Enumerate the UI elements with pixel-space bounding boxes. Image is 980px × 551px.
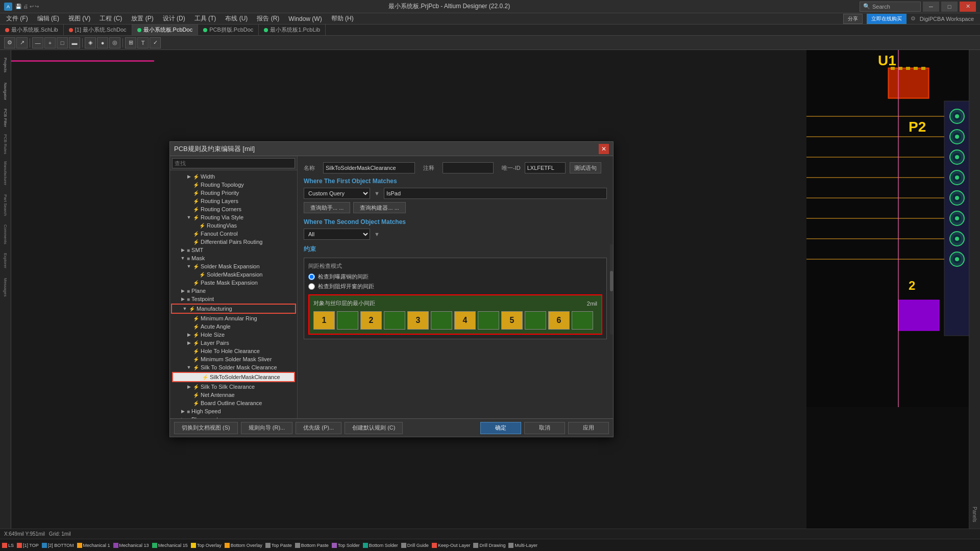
tree-item-min-annular[interactable]: ⚡ Minimum Annular Ring [170,314,297,322]
gear-icon[interactable]: ⚙ [911,15,916,22]
nav-explorer[interactable]: Explorer [1,248,10,273]
layer-drill-guide[interactable]: Drill Guide [401,543,429,548]
route-btn[interactable]: ↗ [16,37,28,48]
layer-drill-drawing[interactable]: Drill Drawing [473,543,505,548]
tree-item-routing-via-style[interactable]: ▼ ⚡ Routing Via Style [170,213,297,221]
meas-btn[interactable]: ⊞ [125,37,136,48]
nav-manufacturer[interactable]: Manufacturer [1,158,10,189]
query-type-select[interactable]: Custom Query All Net [304,188,370,199]
menu-report[interactable]: 报告 (R) [253,13,283,24]
layer-top-paste[interactable]: Top Paste [265,543,292,548]
tree-item-solder-mask-exp[interactable]: ▼ ⚡ Solder Mask Expansion [170,262,297,270]
query-builder-btn[interactable]: 查询构建器... ... [353,202,405,213]
nav-pcb-rules[interactable]: PCB Rules [1,132,10,157]
close-button[interactable]: ✕ [960,2,976,12]
menu-file[interactable]: 文件 (F) [2,13,32,24]
title-search-box[interactable]: 🔍 Search [860,2,921,12]
maximize-button[interactable]: □ [941,2,958,12]
priority-btn[interactable]: 优先级 (P)... [296,422,341,434]
tree-item-high-speed[interactable]: ▶ ■ High Speed [170,407,297,415]
drc-btn[interactable]: ✓ [150,37,161,48]
layer-top-solder[interactable]: Top Solder [332,543,360,548]
query-input-first[interactable] [384,188,607,199]
text-btn[interactable]: T [137,37,149,48]
radio-solder-mask[interactable] [308,283,315,290]
nav-pcb-filter[interactable]: PCB Filter [1,105,10,131]
tree-item-testpoint[interactable]: ▶ ■ Testpoint [170,295,297,303]
pcb-view-area[interactable]: U1 P2 [11,50,980,529]
nav-comments[interactable]: Comments [1,221,10,247]
tree-item-hole-clearance[interactable]: ⚡ Hole To Hole Clearance [170,347,297,355]
tree-item-smt[interactable]: ▶ ■ SMT [170,246,297,254]
tree-item-silk-solder-rule[interactable]: ⚡ SilkToSolderMaskClearance [173,373,294,381]
menu-window[interactable]: Window (W) [284,14,326,23]
tree-item-paste-mask[interactable]: ⚡ Paste Mask Expansion [170,279,297,287]
tree-item-board-outline[interactable]: ⚡ Board Outline Clearance [170,399,297,407]
tab-pcbpanel[interactable]: PCB拼版.PcbDoc [198,24,259,35]
layer-mech1[interactable]: Mechanical 1 [77,543,110,548]
radio-item-solder-mask[interactable]: 检查到阻焊开窗的间距 [308,283,602,290]
tree-item-routing-vias[interactable]: ⚡ RoutingVias [170,221,297,230]
tab-schdoc[interactable]: [1] 最小系统.SchDoc [64,24,132,35]
tree-item-mask[interactable]: ▼ ■ Mask [170,254,297,262]
rules-wizard-btn[interactable]: 规则向导 (R)... [241,422,293,434]
copper-btn[interactable]: ◈ [85,37,96,48]
menu-tools[interactable]: 工具 (T) [190,13,220,24]
tree-item-silk-solder-clearance[interactable]: ▼ ⚡ Silk To Solder Mask Clearance [170,363,297,371]
rule-name-input[interactable] [323,162,415,173]
layer-multi[interactable]: Multi-Layer [508,543,537,548]
dialog-close-button[interactable]: ✕ [599,144,609,154]
test-btn[interactable]: 测试语句 [570,162,601,173]
line-btn[interactable]: — [32,37,43,48]
layer-ls[interactable]: LS [2,543,14,548]
tree-item-routing-topology[interactable]: ⚡ Routing Topology [170,181,297,189]
menu-view[interactable]: 视图 (V) [64,13,94,24]
via-btn[interactable]: ● [97,37,108,48]
tree-item-layer-pairs[interactable]: ▶ ⚡ Layer Pairs [170,339,297,347]
layer-top[interactable]: [1] TOP [17,543,39,548]
tree-item-acute-angle[interactable]: ⚡ Acute Angle [170,322,297,331]
radio-exposed-copper[interactable] [308,273,315,280]
switch-view-btn[interactable]: 切换到文档视图 (S) [174,422,238,434]
nav-part-search[interactable]: Part Search [1,190,10,220]
layer-keepout[interactable]: Keep-Out Layer [432,543,471,548]
menu-project[interactable]: 工程 (C) [95,13,126,24]
tree-scrollbar[interactable] [610,244,613,335]
tree-item-width[interactable]: ▶ ⚡ Width [170,172,297,181]
nav-projects[interactable]: Projects [1,52,10,78]
menu-edit[interactable]: 编辑 (E) [33,13,63,24]
nav-navigator[interactable]: Navigator [1,79,10,104]
apply-button[interactable]: 应用 [568,422,609,434]
layer-bottom-paste[interactable]: Bottom Paste [295,543,329,548]
share-button[interactable]: 分享 [843,14,863,24]
layer-bottom-solder[interactable]: Bottom Solder [363,543,398,548]
tree-item-silk-silk[interactable]: ▶ ⚡ Silk To Silk Clearance [170,383,297,391]
second-query-select[interactable]: All Custom Query [304,229,370,240]
tree-item-hole-size[interactable]: ▶ ⚡ Hole Size [170,331,297,339]
tree-item-manufacturing[interactable]: ▼ ⚡ Manufacturing [172,305,295,313]
cancel-button[interactable]: 取消 [524,422,565,434]
layer-top-overlay[interactable]: Top Overlay [191,543,222,548]
layer-mech15[interactable]: Mechanical 15 [152,543,188,548]
minimize-button[interactable]: ─ [923,2,939,12]
radio-item-exposed-copper[interactable]: 检查到曝露铜的间距 [308,273,602,281]
layer-bottom-overlay[interactable]: Bottom Overlay [225,543,262,548]
panels-button[interactable]: Panels [971,505,978,524]
ok-button[interactable]: 确定 [480,422,521,434]
unique-id-input[interactable] [525,162,566,173]
tree-item-routing-layers[interactable]: ⚡ Routing Layers [170,197,297,205]
query-helper-btn[interactable]: 查询助手... ... [304,202,350,213]
tree-item-plane[interactable]: ▶ ■ Plane [170,287,297,295]
tab-schlib[interactable]: 最小系统板.SchLib [0,24,64,35]
tree-item-net-antennae[interactable]: ⚡ Net Antennae [170,391,297,399]
layer-mech13[interactable]: Mechanical 13 [113,543,149,548]
tab-pcbdoc[interactable]: 最小系统板.PcbDoc [132,24,199,35]
filter-btn[interactable]: ⚙ [4,37,15,48]
comment-input[interactable] [443,162,494,173]
add-btn[interactable]: + [44,37,56,48]
menu-help[interactable]: 帮助 (H) [327,13,358,24]
tree-item-routing-corners[interactable]: ⚡ Routing Corners [170,205,297,213]
tree-item-diff-pairs[interactable]: ⚡ Differential Pairs Routing [170,238,297,246]
nav-messages[interactable]: Messages [1,274,10,300]
tree-search-input[interactable] [172,158,295,168]
